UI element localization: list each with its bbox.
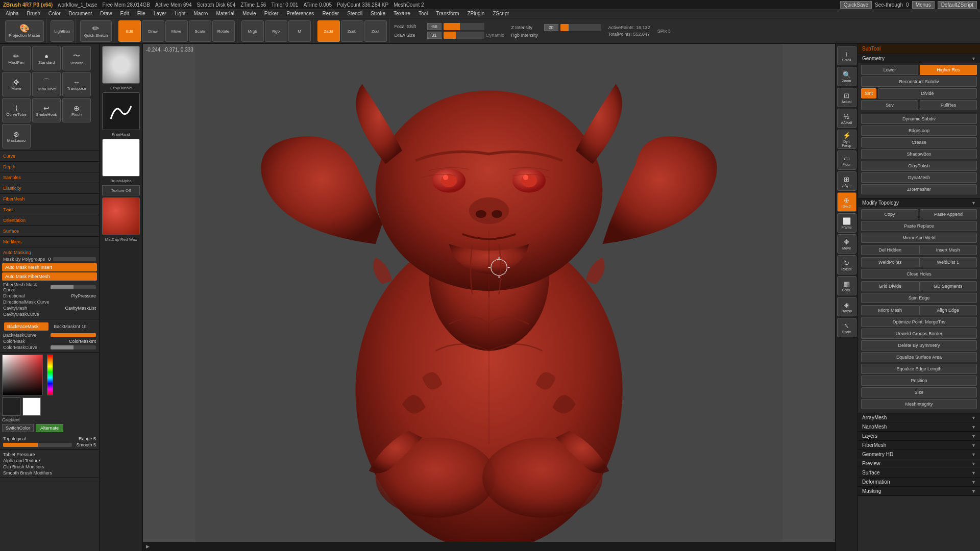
surface-title[interactable]: Surface — [0, 228, 99, 235]
backface-mask-button[interactable]: BackFaceMask — [4, 322, 48, 331]
curve-title[interactable]: Curve — [0, 153, 99, 160]
paste-replace-button[interactable]: Paste Replace — [861, 221, 977, 231]
depth-title[interactable]: Depth — [0, 163, 99, 170]
menu-alpha[interactable]: Alpha — [2, 10, 22, 17]
zsub-button[interactable]: Zsub — [341, 20, 363, 42]
menu-draw[interactable]: Draw — [96, 10, 115, 17]
menu-stroke[interactable]: Stroke — [367, 10, 389, 17]
dynamic-persp-button[interactable]: ⚡ Dyn Persp — [837, 130, 856, 149]
edit-button[interactable]: Edit — [118, 20, 141, 42]
polyf-button[interactable]: ▦ PolyF — [837, 276, 856, 295]
draw-size-slider[interactable] — [444, 32, 484, 39]
modify-topology-header[interactable]: Modify Topology ▼ — [858, 198, 980, 207]
deformation-header[interactable]: Deformation ▼ — [858, 478, 980, 486]
menu-transform[interactable]: Transform — [432, 10, 462, 17]
weldpoints-button[interactable]: WeldPoints — [861, 257, 919, 267]
snakehook-tool[interactable]: ↩ SnakeHook — [32, 98, 61, 122]
menu-texture[interactable]: Texture — [390, 10, 414, 17]
close-holes-button[interactable]: Close Holes — [861, 269, 977, 279]
topological-slider[interactable] — [3, 443, 72, 447]
delete-symmetry-button[interactable]: Delete By Symmetry — [861, 340, 977, 350]
matcap-red-swatch[interactable] — [102, 197, 140, 235]
default-script-button[interactable]: DefaultZScript — [938, 1, 977, 9]
gd-segments-button[interactable]: GD Segments — [919, 281, 977, 291]
swatch-black[interactable] — [2, 397, 20, 416]
aahalf-button[interactable]: ½ AAHalf — [837, 109, 856, 128]
claypolish-button[interactable]: ClayPolish — [861, 161, 977, 171]
trimcurve-tool[interactable]: ⌒ TrimCurve — [32, 72, 61, 96]
draw-size-val[interactable]: 31 — [427, 32, 442, 39]
auto-mask-fibermesh-button[interactable]: Auto Mask FiberMesh — [2, 272, 97, 281]
unweld-groups-button[interactable]: Unweld Groups Border — [861, 329, 977, 339]
frame-button[interactable]: ⬜ Frame — [837, 213, 856, 233]
focal-shift-slider[interactable] — [444, 23, 484, 30]
copy-button[interactable]: Copy — [861, 209, 918, 219]
masking-header[interactable]: Masking ▼ — [858, 487, 980, 495]
menu-preferences[interactable]: Preferences — [283, 10, 317, 17]
rotate-button[interactable]: Rotate — [212, 20, 235, 42]
preview-header[interactable]: Preview ▼ — [858, 459, 980, 468]
array-mesh-header[interactable]: ArrayMesh ▼ — [858, 413, 980, 422]
higher-res-button[interactable]: Higher Res — [920, 65, 977, 75]
suv-button[interactable]: Suv — [861, 100, 918, 110]
pinch-tool[interactable]: ⊕ Pinch — [62, 98, 91, 122]
color-square[interactable] — [2, 355, 43, 395]
position-button[interactable]: Position — [861, 375, 977, 386]
curvetube-tool[interactable]: ⌇ CurveTube — [2, 98, 31, 122]
smt-button[interactable]: Smt — [861, 88, 876, 98]
mirror-weld-button[interactable]: Mirror And Weld — [861, 233, 977, 243]
menu-picker[interactable]: Picker — [261, 10, 282, 17]
zcut-button[interactable]: Zcut — [364, 20, 387, 42]
divide-button[interactable]: Divide — [878, 88, 977, 98]
equalize-edge-button[interactable]: Equalize Edge Length — [861, 364, 977, 374]
smooth-tool[interactable]: 〜 Smooth — [62, 46, 91, 70]
menu-document[interactable]: Document — [65, 10, 96, 17]
rotate-rt-button[interactable]: ↻ Rotate — [837, 255, 856, 274]
alternate-button[interactable]: Alternate — [36, 424, 63, 432]
nano-mesh-header[interactable]: NanoMesh ▼ — [858, 422, 980, 431]
quick-sketch-button[interactable]: ✏ Quick Sketch — [80, 20, 111, 42]
quicksave-button[interactable]: QuickSave — [840, 1, 872, 9]
scale-button[interactable]: Scale — [189, 20, 211, 42]
texture-off-button[interactable]: Texture Off — [102, 185, 140, 195]
swatch-white[interactable] — [22, 397, 41, 416]
move-tool[interactable]: ✥ Move — [2, 72, 31, 96]
auto-mask-mesh-insert-button[interactable]: Auto Mask Mesh Insert — [2, 263, 97, 271]
align-edge-button[interactable]: Align Edge — [919, 305, 977, 315]
shadowbox-button[interactable]: ShadowBox — [861, 149, 977, 159]
menu-color[interactable]: Color — [45, 10, 64, 17]
geometry-header[interactable]: Geometry ▼ — [858, 54, 980, 63]
paste-append-button[interactable]: Paste Append — [920, 209, 977, 219]
mastpen-tool[interactable]: ✏ MastPen — [2, 46, 31, 70]
transpose-tool[interactable]: ↔ Transpose — [62, 72, 91, 96]
menus-button[interactable]: Menus — [912, 1, 935, 9]
color-hue-slider[interactable] — [47, 355, 53, 395]
z-intensity-slider[interactable] — [560, 24, 601, 31]
dynamic-subdiv-button[interactable]: Dynamic Subdiv — [861, 114, 977, 124]
dynamesh-button[interactable]: DynaMesh — [861, 172, 977, 183]
menu-layer[interactable]: Layer — [150, 10, 170, 17]
floor-button[interactable]: ▭ Floor — [837, 151, 856, 170]
menu-material[interactable]: Material — [212, 10, 238, 17]
twist-title[interactable]: Twist — [0, 206, 99, 213]
insert-mesh-button[interactable]: Insert Mesh — [919, 245, 977, 255]
menu-render[interactable]: Render — [318, 10, 342, 17]
zoom-button[interactable]: 🔍 Zoom — [837, 67, 856, 86]
modifiers-title[interactable]: Modifiers — [0, 238, 99, 245]
fibermesh-title[interactable]: FiberMesh — [0, 195, 99, 203]
switch-color-button[interactable]: SwitchColor — [2, 424, 34, 432]
menu-light[interactable]: Light — [171, 10, 189, 17]
lower-button[interactable]: Lower — [861, 65, 918, 75]
zadd-button[interactable]: Zadd — [317, 20, 340, 42]
del-hidden-button[interactable]: Del Hidden — [861, 245, 919, 255]
layers-header[interactable]: Layers ▼ — [858, 432, 980, 440]
scroll-button[interactable]: ↕ Scroll — [837, 46, 856, 65]
draw-button[interactable]: Draw — [142, 20, 164, 42]
mesh-integrity-button[interactable]: MeshIntegrity — [861, 399, 977, 409]
canvas-area[interactable]: -0.244, -0.371, 0.333 — [143, 44, 835, 551]
laym-button[interactable]: ⊞ L:Aym — [837, 171, 856, 191]
move-rt-button[interactable]: ✥ Move — [837, 234, 856, 254]
samples-title[interactable]: Samples — [0, 174, 99, 181]
zremesher-button[interactable]: ZRemesher — [861, 184, 977, 194]
spin-edge-button[interactable]: Spin Edge — [861, 293, 977, 303]
